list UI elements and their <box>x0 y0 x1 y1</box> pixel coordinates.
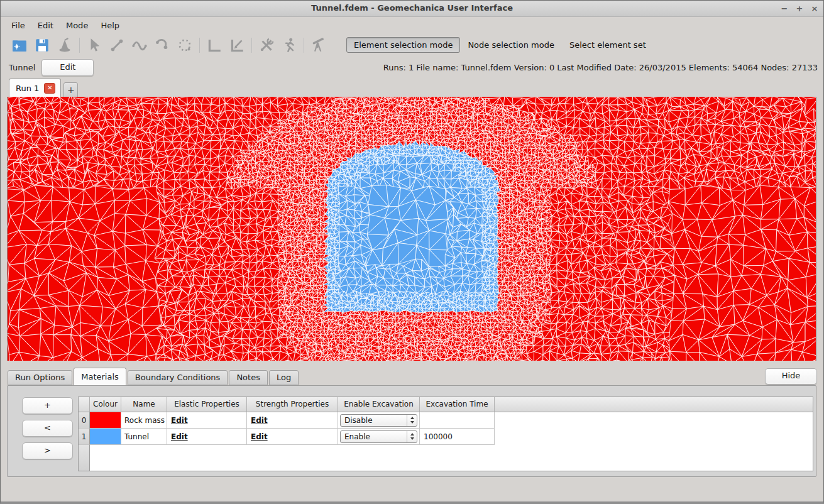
add-material-button[interactable]: + <box>22 397 73 414</box>
column-header-elastic-properties: Elastic Properties <box>167 397 247 412</box>
materials-table: ColourNameElastic PropertiesStrength Pro… <box>78 397 813 471</box>
tools-icon <box>258 37 275 53</box>
app-window: Tunnel.fdem - Geomechanica User Interfac… <box>0 0 824 504</box>
run-icon <box>281 37 297 53</box>
toolbar-separator <box>199 38 200 53</box>
title-bar[interactable]: Tunnel.fdem - Geomechanica User Interfac… <box>1 1 823 17</box>
joint-tool-icon <box>109 37 125 53</box>
colour-cell[interactable] <box>90 429 121 445</box>
lasso-tool-icon <box>177 37 193 53</box>
menu-item-edit[interactable]: Edit <box>31 19 60 32</box>
menu-item-mode[interactable]: Mode <box>60 19 94 32</box>
elastic-properties-edit-link[interactable]: Edit <box>167 412 247 429</box>
cone-tool-icon <box>57 37 73 53</box>
table-row: 0Rock massEditEditDisable <box>79 412 813 429</box>
model-edit-button[interactable]: Edit <box>41 59 94 76</box>
save-button[interactable] <box>31 36 53 55</box>
toolbar-separator <box>251 38 252 53</box>
close-button[interactable]: × <box>811 1 818 16</box>
toolbar-separator <box>79 38 80 53</box>
selection-mode-buttons: Element selection modeNode selection mod… <box>330 37 654 53</box>
wave-tool-button[interactable] <box>128 36 151 55</box>
row-index: 0 <box>79 412 90 429</box>
curve-tool-button[interactable] <box>151 36 173 55</box>
cone-tool-button[interactable] <box>53 36 76 55</box>
colour-swatch <box>90 412 121 428</box>
row-gutter-filler <box>79 445 90 471</box>
table-row: 1TunnelEditEditEnable100000 <box>79 429 813 445</box>
preview-telescope-icon <box>310 37 327 53</box>
enable-excavation-spinner[interactable]: Enable <box>340 430 417 443</box>
colour-cell[interactable] <box>90 412 121 429</box>
minimize-button[interactable]: − <box>781 1 788 16</box>
mode-button-select-element-set[interactable]: Select element set <box>562 37 654 53</box>
axes-button[interactable] <box>203 36 226 55</box>
maximize-button[interactable]: + <box>796 1 803 16</box>
tab-run-options[interactable]: Run Options <box>8 370 72 385</box>
preview-button[interactable] <box>307 36 330 55</box>
wave-tool-icon <box>131 37 148 53</box>
colour-swatch <box>90 429 121 444</box>
open-icon <box>11 37 28 53</box>
name-cell[interactable]: Rock mass <box>121 412 167 429</box>
spinner-up-icon <box>410 417 414 419</box>
model-name-label: Tunnel <box>9 63 35 72</box>
model-bar: Tunnel Edit Runs: 1 File name: Tunnel.fd… <box>1 57 823 78</box>
menu-bar: FileEditModeHelp <box>1 17 823 33</box>
excavation-cell: Enable <box>338 429 420 445</box>
hide-panel-button[interactable]: Hide <box>765 368 817 385</box>
menu-item-file[interactable]: File <box>5 19 31 32</box>
mesh-canvas[interactable] <box>8 97 816 361</box>
row-index: 1 <box>79 429 90 445</box>
bottom-tab-bar: Run OptionsMaterialsBoundary ConditionsN… <box>8 368 300 385</box>
menu-item-help[interactable]: Help <box>94 19 126 32</box>
excavation-time-cell[interactable]: 100000 <box>420 429 495 445</box>
toolbar: Element selection modeNode selection mod… <box>1 33 823 57</box>
tab-notes[interactable]: Notes <box>229 370 268 385</box>
column-header-filler <box>495 397 813 412</box>
materials-table-body: 0Rock massEditEditDisable1TunnelEditEdit… <box>79 412 813 445</box>
lasso-tool-button[interactable] <box>173 36 196 55</box>
enable-excavation-spinner[interactable]: Disable <box>340 414 417 427</box>
select-cursor-button[interactable] <box>83 36 106 55</box>
tab-materials[interactable]: Materials <box>74 368 126 385</box>
tab-boundary-conditions[interactable]: Boundary Conditions <box>128 370 228 385</box>
mode-button-element-selection-mode[interactable]: Element selection mode <box>346 37 460 53</box>
prev-material-button[interactable]: < <box>22 420 73 437</box>
materials-panel: +<> ColourNameElastic PropertiesStrength… <box>7 385 816 477</box>
model-status-text: Runs: 1 File name: Tunnel.fdem Version: … <box>383 63 818 72</box>
axes-icon <box>206 37 222 53</box>
material-list-buttons: +<> <box>22 397 73 459</box>
spinner-arrows-icon[interactable] <box>407 431 417 442</box>
joint-tool-button[interactable] <box>106 36 128 55</box>
select-cursor-icon <box>86 37 102 53</box>
tools-button[interactable] <box>255 36 278 55</box>
run-tab-label: Run 1 <box>16 84 39 93</box>
excavation-time-cell[interactable] <box>420 412 495 429</box>
axes-arrow-icon <box>229 37 245 53</box>
save-icon <box>34 37 50 53</box>
spinner-down-icon <box>410 437 414 440</box>
column-header-enable-excavation: Enable Excavation <box>338 397 420 412</box>
column-header-excavation-time: Excavation Time <box>420 397 495 412</box>
toolbar-separator <box>304 38 304 53</box>
tab-log[interactable]: Log <box>269 370 299 385</box>
column-header-name: Name <box>121 397 167 412</box>
strength-properties-edit-link[interactable]: Edit <box>247 429 338 445</box>
excavation-cell: Disable <box>338 412 420 429</box>
mode-button-node-selection-mode[interactable]: Node selection mode <box>460 37 562 53</box>
open-button[interactable] <box>8 36 31 55</box>
add-run-tab-button[interactable]: + <box>63 82 78 97</box>
column-header-gutter <box>79 397 90 412</box>
strength-properties-edit-link[interactable]: Edit <box>247 412 338 429</box>
run-button[interactable] <box>278 36 300 55</box>
next-material-button[interactable]: > <box>22 442 73 459</box>
elastic-properties-edit-link[interactable]: Edit <box>167 429 247 445</box>
run-tab[interactable]: Run 1✕ <box>9 79 61 97</box>
spinner-arrows-icon[interactable] <box>407 415 417 426</box>
name-cell[interactable]: Tunnel <box>121 429 167 445</box>
tab-close-icon[interactable]: ✕ <box>44 83 55 94</box>
run-tab-bar: Run 1✕+ <box>1 78 823 97</box>
spinner-down-icon <box>410 421 414 424</box>
axes-arrow-button[interactable] <box>226 36 248 55</box>
